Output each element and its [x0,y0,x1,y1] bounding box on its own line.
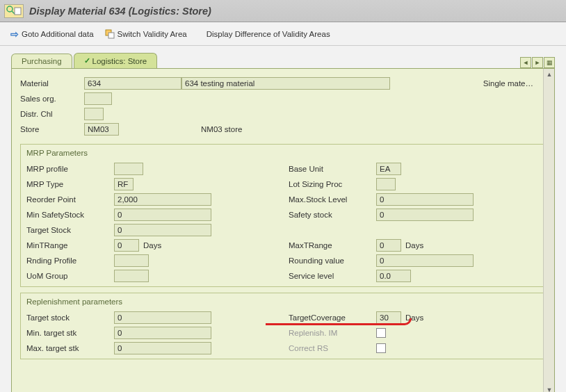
material-field[interactable] [84,77,181,90]
tab-list-button[interactable]: ▦ [544,57,555,68]
lot-field[interactable] [376,178,396,190]
diff-label: Display Difference of Validity Areas [207,30,330,38]
tab-body: Material Single mate… Sales org. Distr. … [11,68,555,392]
tab-nav: ◄ ► ▦ [520,57,555,68]
tab-row: Purchasing ✓ Logistics: Store ◄ ► ▦ [11,53,555,68]
app-icon [4,4,24,18]
mintr-unit: Days [143,241,161,250]
goto-label: Goto Additional data [22,30,94,38]
header-block: Material Single mate… Sales org. Distr. … [20,76,546,137]
salesorg-field[interactable] [84,92,112,105]
rnd-field[interactable] [114,254,149,267]
row-distrch: Distr. Chl [20,106,533,122]
lot-label: Lot Sizing Proc [289,180,376,188]
tab-container: Purchasing ✓ Logistics: Store ◄ ► ▦ Mate… [0,53,566,392]
store-desc: NM03 store [201,125,242,133]
scroll-up-icon[interactable]: ▲ [544,70,554,79]
tab-purchasing[interactable]: Purchasing [11,54,72,68]
replenishment-group: Replenishment parameters Target stock Mi… [20,293,546,359]
minsafety-label: Min SafetyStock [26,211,114,219]
rep-col-right: TargetCoverageDays Replenish. IM Correct… [283,310,545,356]
service-label: Service level [289,272,376,280]
switch-icon [105,29,115,39]
mrp-col-left: MRP profile MRP Type Reorder Point Min S… [21,161,283,284]
switch-validity-area-button[interactable]: Switch Validity Area [102,27,191,41]
row-material: Material Single mate… [20,76,533,91]
arrow-right-icon: ⇨ [10,28,19,40]
tstock-label: Target Stock [26,226,114,234]
tab-prev-button[interactable]: ◄ [520,57,531,68]
maxstock-label: Max.Stock Level [289,195,376,204]
minsafety-field[interactable] [114,209,211,221]
reorder-label: Reorder Point [26,195,114,204]
mintr-field[interactable] [114,239,139,252]
mrp-profile-label: MRP profile [26,165,114,173]
rep-title: Replenishment parameters [26,297,540,306]
crs-label: Correct RS [289,344,376,352]
display-diff-button[interactable]: Display Difference of Validity Areas [203,28,334,40]
distrch-label: Distr. Chl [20,110,84,118]
rep-tstock-label: Target stock [26,313,114,322]
distrch-field[interactable] [84,108,104,120]
row-store: Store NM03 store [20,122,533,137]
rep-max-field[interactable] [114,342,211,354]
store-label: Store [20,125,84,133]
rep-cols: Target stock Min. target stk Max. target… [21,310,545,356]
crs-checkbox[interactable] [376,343,386,353]
goto-additional-data-button[interactable]: ⇨ Goto Additional data [7,26,97,42]
rnd-label: Rnding Profile [26,256,114,265]
red-underline-annotation [266,318,412,325]
salesorg-label: Sales org. [20,95,84,103]
maxtr-unit: Days [405,241,423,250]
rep-tstock-field[interactable] [114,311,211,324]
scroll-down-icon[interactable]: ▼ [544,385,554,392]
tab-purchasing-label: Purchasing [22,57,62,65]
reorder-field[interactable] [114,193,211,206]
store-field[interactable] [84,123,119,136]
maxtr-field[interactable] [376,239,401,252]
rep-min-label: Min. target stk [26,329,114,337]
maxstock-field[interactable] [376,193,474,206]
rim-label: Replenish. IM [289,329,376,337]
check-icon: ✓ [84,56,90,65]
toolbar: ⇨ Goto Additional data Switch Validity A… [0,22,566,46]
roundv-field[interactable] [376,254,474,267]
tab-next-button[interactable]: ► [532,57,543,68]
baseunit-label: Base Unit [289,165,376,173]
uom-label: UoM Group [26,272,114,280]
mintr-label: MinTRange [26,241,114,250]
single-material-label: Single mate… [483,79,533,88]
material-label: Material [20,79,84,88]
row-salesorg: Sales org. [20,91,533,106]
rep-min-field[interactable] [114,327,211,339]
svg-rect-4 [108,33,114,38]
uom-field[interactable] [114,270,149,282]
mrp-parameters-group: MRP Parameters MRP profile MRP Type Reor… [20,144,546,287]
tstock-field[interactable] [114,224,211,236]
mrp-title: MRP Parameters [26,149,540,157]
mrp-cols: MRP profile MRP Type Reorder Point Min S… [21,161,545,284]
mrp-col-right: Base Unit Lot Sizing Proc Max.Stock Leve… [283,161,545,284]
rim-checkbox[interactable] [376,328,386,338]
mrp-type-label: MRP Type [26,180,114,188]
tab-logistics-label: Logistics: Store [92,57,147,65]
rep-col-left: Target stock Min. target stk Max. target… [21,310,283,356]
svg-line-1 [12,11,15,14]
rep-max-label: Max. target stk [26,344,114,352]
roundv-label: Rounding value [289,256,376,265]
scrollbar[interactable]: ▲ ▼ [543,69,554,392]
baseunit-field[interactable] [376,163,401,175]
maxtr-label: MaxTRange [289,241,376,250]
page-title: Display Material 634 (Logistics: Store) [29,6,211,17]
safety-label: Safety stock [289,211,376,219]
mrp-profile-field[interactable] [114,163,143,175]
tab-logistics-store[interactable]: ✓ Logistics: Store [74,53,158,68]
svg-rect-2 [15,8,21,15]
svg-point-0 [7,6,13,12]
mrp-type-field[interactable] [114,178,134,190]
title-bar: Display Material 634 (Logistics: Store) [0,0,566,22]
service-field[interactable] [376,270,411,282]
material-desc-field[interactable] [181,77,390,90]
safety-field[interactable] [376,209,474,221]
switch-label: Switch Validity Area [118,30,187,38]
